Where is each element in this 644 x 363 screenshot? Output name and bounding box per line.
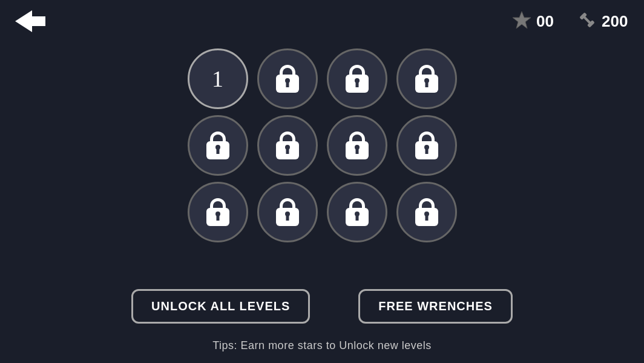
wrench-icon: [577, 10, 597, 32]
grid-row-1: 1: [188, 48, 457, 109]
back-button[interactable]: [12, 6, 48, 36]
action-buttons: Unlock All Levels free wrenches: [0, 289, 644, 324]
lock-icon: [206, 132, 229, 159]
lock-icon: [276, 132, 299, 159]
score-area: 00 200: [512, 10, 632, 32]
lock-icon: [346, 65, 369, 93]
svg-marker-2: [513, 12, 531, 28]
lock-icon: [346, 198, 369, 226]
level-5-button[interactable]: [188, 115, 248, 176]
levels-grid: 1: [0, 42, 644, 242]
star-icon: [512, 10, 531, 32]
wrench-count: 200: [602, 12, 632, 31]
level-12-button[interactable]: [396, 182, 457, 242]
lock-icon: [206, 198, 229, 226]
level-3-button[interactable]: [327, 48, 387, 109]
svg-rect-1: [27, 16, 45, 26]
level-6-button[interactable]: [257, 115, 318, 176]
free-wrenches-button[interactable]: free wrenches: [358, 289, 513, 324]
level-2-button[interactable]: [257, 48, 318, 109]
level-1-button[interactable]: 1: [188, 48, 248, 109]
level-11-button[interactable]: [327, 182, 387, 242]
grid-row-2: [188, 115, 457, 176]
lock-icon: [276, 65, 299, 93]
unlock-all-button[interactable]: Unlock All Levels: [131, 289, 310, 324]
level-9-button[interactable]: [188, 182, 248, 242]
lock-icon: [415, 132, 438, 159]
tips-text: Tips: Earn more stars to Unlock new leve…: [0, 339, 644, 352]
level-10-button[interactable]: [257, 182, 318, 242]
level-4-button[interactable]: [396, 48, 457, 109]
lock-icon: [276, 198, 299, 226]
lock-icon: [415, 65, 438, 93]
top-bar: 00 200: [0, 0, 644, 42]
lock-icon: [415, 198, 438, 226]
level-8-button[interactable]: [396, 115, 457, 176]
lock-icon: [346, 132, 369, 159]
star-count: 00: [536, 12, 567, 31]
level-7-button[interactable]: [327, 115, 387, 176]
level-1-label: 1: [212, 65, 223, 92]
grid-row-3: [188, 182, 457, 242]
